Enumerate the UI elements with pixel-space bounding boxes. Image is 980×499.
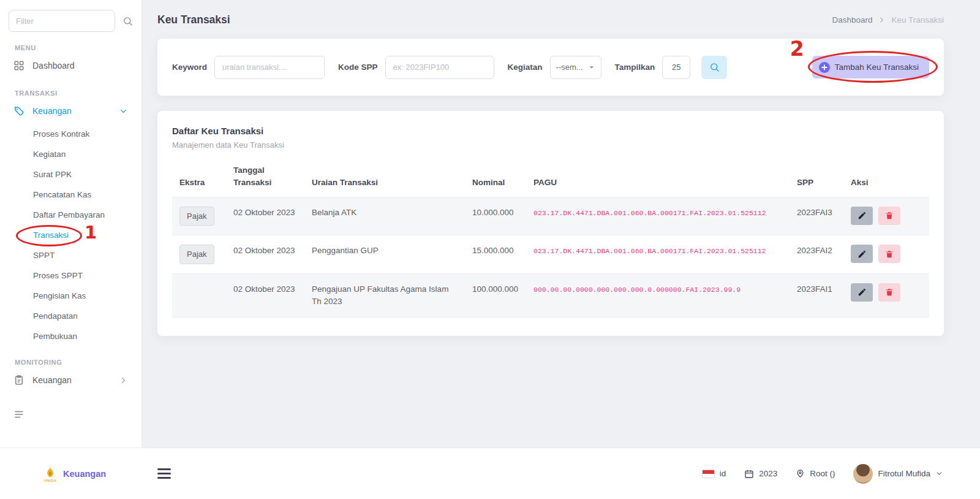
add-keu-transaksi-button[interactable]: Tambah Keu Transaksi: [812, 56, 929, 78]
language-label: id: [720, 469, 726, 478]
sidebar-item-surat-ppk[interactable]: Surat PPK: [9, 164, 133, 185]
pencil-icon: [858, 211, 867, 220]
delete-button[interactable]: [878, 245, 900, 263]
delete-button[interactable]: [878, 207, 900, 225]
cell-nominal: 100.000.000: [465, 273, 526, 318]
sidebar-item-proses-sppt[interactable]: Proses SPPT: [9, 265, 133, 286]
kegiatan-select[interactable]: --sem...: [550, 56, 601, 79]
column-header-nominal: Nominal: [465, 159, 526, 197]
trash-icon: [885, 288, 894, 297]
cell-pagu: 000.00.00.0000.000.000.000.0.000000.FAI.…: [533, 286, 741, 294]
main-content: Keu Transaksi Dashboard Keu Transaksi Ke…: [142, 0, 980, 448]
sidebar-item-clipped[interactable]: [9, 403, 133, 426]
list-subtitle: Manajemen data Keu Transaksi: [172, 140, 929, 150]
kegiatan-label: Kegiatan: [508, 63, 543, 72]
kode-spp-input[interactable]: [385, 56, 494, 79]
sidebar-item-pendapatan[interactable]: Pendapatan: [9, 306, 133, 326]
search-button[interactable]: [701, 56, 727, 79]
table-row: 02 Oktober 2023 Pengajuan UP Fakultas Ag…: [172, 273, 929, 318]
breadcrumb: Dashboard Keu Transaksi: [832, 15, 944, 25]
cell-nominal: 10.000.000: [465, 197, 526, 235]
list-icon: [13, 409, 24, 420]
location-pin-icon: [796, 469, 805, 478]
clipboard-icon: [13, 375, 24, 386]
delete-button[interactable]: [878, 283, 900, 302]
pencil-icon: [858, 250, 867, 259]
status-badge: Pajak: [179, 245, 214, 264]
search-icon: [709, 62, 720, 72]
keyword-input[interactable]: [214, 56, 325, 79]
sidebar-section-menu: MENU: [15, 44, 133, 51]
chevron-right-icon: [119, 376, 128, 385]
sidebar-item-sppt[interactable]: SPPT: [9, 245, 133, 265]
scope-label: Root (): [810, 469, 835, 478]
breadcrumb-dashboard[interactable]: Dashboard: [832, 15, 872, 25]
list-title: Daftar Keu Transaksi: [172, 126, 929, 136]
edit-button[interactable]: [851, 245, 873, 263]
column-header-aksi: Aksi: [843, 159, 929, 197]
table-header-row: Ekstra Tanggal Transaksi Uraian Transaks…: [172, 159, 929, 197]
sidebar-item-transaksi[interactable]: Transaksi 1: [9, 225, 133, 245]
sidebar: MENU Dashboard TRANSAKSI Keuangan Proses…: [0, 0, 142, 448]
kode-spp-label: Kode SPP: [338, 63, 378, 72]
chevron-right-icon: [878, 16, 886, 24]
sidebar-item-pengisian-kas[interactable]: Pengisian Kas: [9, 286, 133, 306]
kegiatan-selected-value: --sem...: [556, 63, 583, 72]
year-selector[interactable]: 2023: [744, 469, 777, 479]
calendar-icon: [744, 469, 754, 479]
column-header-ekstra: Ekstra: [172, 159, 226, 197]
sidebar-item-kegiatan[interactable]: Kegiatan: [9, 144, 133, 164]
tampilkan-label: Tampilkan: [615, 63, 655, 72]
footer-bar: UNIDA Keuangan id 2023 Root () Fitrotul …: [0, 448, 980, 499]
breadcrumb-current: Keu Transaksi: [891, 15, 944, 25]
sidebar-item-label: Dashboard: [32, 61, 75, 70]
brand-logo-icon: UNIDA: [43, 465, 58, 482]
table-row: Pajak 02 Oktober 2023 Penggantian GUP 15…: [172, 235, 929, 274]
page-title: Keu Transaksi: [157, 13, 230, 26]
sidebar-item-daftar-pembayaran[interactable]: Daftar Pembayaran: [9, 205, 133, 225]
edit-button[interactable]: [851, 283, 873, 302]
chevron-down-icon: [119, 107, 128, 116]
cell-tanggal: 02 Oktober 2023: [226, 273, 304, 318]
user-name: Fitrotul Mufida: [878, 469, 930, 478]
column-header-spp: SPP: [790, 159, 843, 197]
sidebar-item-monitoring-keuangan[interactable]: Keuangan: [9, 368, 133, 392]
scope-selector[interactable]: Root (): [796, 469, 835, 478]
select-caret-icon: [587, 63, 597, 72]
sidebar-section-monitoring: MONITORING: [15, 359, 133, 366]
annotation-number-2: 2: [790, 37, 804, 61]
trash-icon: [885, 250, 894, 259]
column-header-uraian: Uraian Transaksi: [304, 159, 465, 197]
sidebar-item-label: Transaksi: [33, 230, 69, 240]
pencil-icon: [858, 288, 867, 297]
cell-spp: 2023FAI1: [790, 273, 843, 318]
add-button-wrapper: Tambah Keu Transaksi 2: [812, 56, 929, 78]
sidebar-item-proses-kontrak[interactable]: Proses Kontrak: [9, 124, 133, 144]
footer-right-group: id 2023 Root () Fitrotul Mufida: [702, 464, 943, 484]
sidebar-filter-input[interactable]: [9, 10, 115, 32]
sidebar-item-pembukuan[interactable]: Pembukuan: [9, 326, 133, 346]
tag-icon: [13, 105, 24, 116]
keyword-label: Keyword: [172, 63, 207, 72]
brand[interactable]: UNIDA Keuangan: [43, 465, 106, 482]
cell-pagu: 023.17.DK.4471.DBA.001.060.BA.000171.FAI…: [533, 247, 766, 255]
column-header-tanggal: Tanggal Transaksi: [226, 159, 304, 197]
sidebar-item-label: Keuangan: [32, 375, 72, 385]
sidebar-item-keuangan[interactable]: Keuangan: [9, 99, 133, 123]
cell-pagu: 023.17.DK.4471.DBA.001.060.BA.000171.FAI…: [533, 209, 766, 217]
language-switcher[interactable]: id: [702, 469, 726, 478]
menu-toggle-button[interactable]: [157, 468, 171, 479]
search-icon: [123, 16, 133, 26]
sidebar-item-pencatatan-kas[interactable]: Pencatatan Kas: [9, 185, 133, 205]
sidebar-item-label: Keuangan: [32, 106, 72, 116]
page-header: Keu Transaksi Dashboard Keu Transaksi: [157, 13, 944, 26]
tampilkan-input[interactable]: [662, 56, 690, 79]
edit-button[interactable]: [851, 207, 873, 225]
user-menu[interactable]: Fitrotul Mufida: [853, 464, 943, 484]
sidebar-item-dashboard[interactable]: Dashboard: [9, 54, 133, 77]
cell-tanggal: 02 Oktober 2023: [226, 235, 304, 274]
sidebar-section-transaksi: TRANSAKSI: [15, 90, 133, 97]
keuangan-submenu: Proses Kontrak Kegiatan Surat PPK Pencat…: [9, 124, 133, 346]
plus-icon: [819, 62, 830, 73]
user-avatar: [853, 464, 873, 484]
